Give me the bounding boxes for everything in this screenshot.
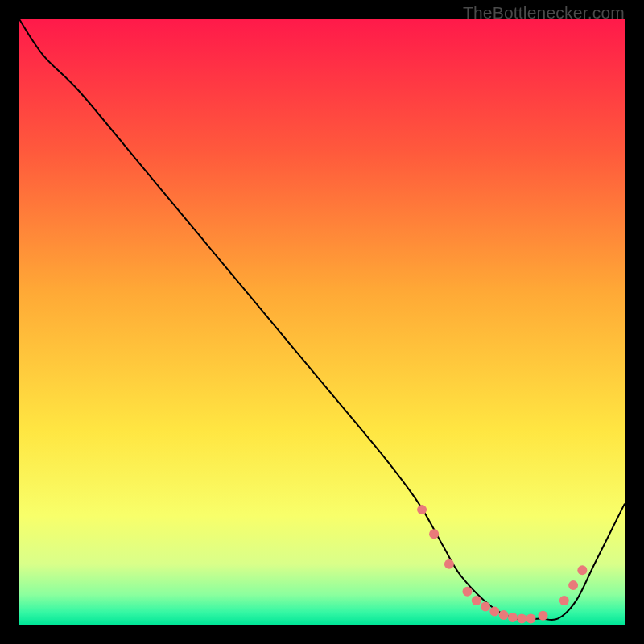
data-marker (462, 587, 472, 597)
chart-svg (19, 19, 625, 625)
data-marker (472, 596, 481, 605)
data-marker (538, 611, 547, 621)
data-marker (444, 559, 454, 569)
data-marker (489, 606, 499, 616)
data-marker (417, 505, 427, 514)
gradient-background (19, 19, 625, 625)
data-marker (526, 613, 535, 623)
data-marker (481, 601, 490, 611)
data-marker (517, 613, 526, 623)
data-marker (568, 580, 578, 590)
data-marker (559, 596, 569, 605)
data-marker (429, 529, 439, 539)
chart-container: TheBottlenecker.com (0, 0, 644, 644)
data-marker (577, 565, 587, 575)
data-marker (499, 610, 509, 620)
data-marker (508, 613, 518, 622)
plot-area (19, 19, 625, 625)
